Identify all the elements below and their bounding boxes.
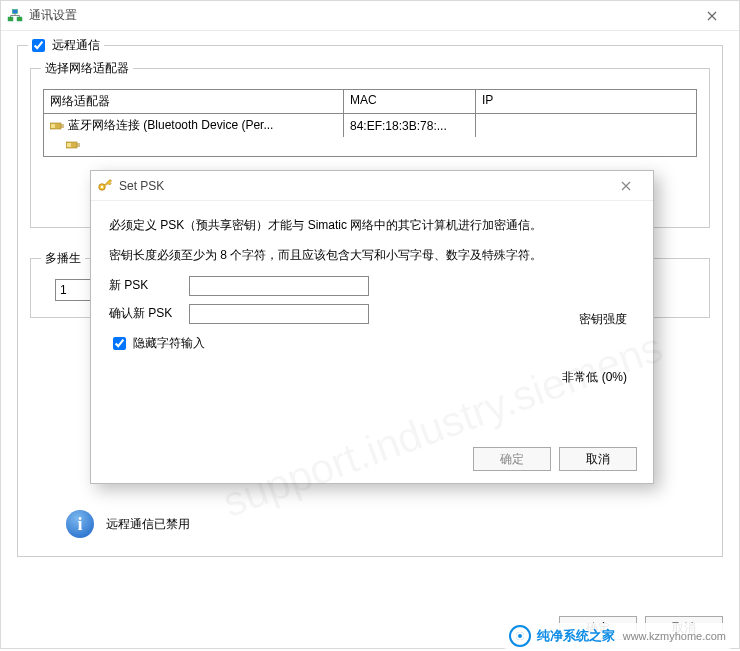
- hide-chars-label: 隐藏字符输入: [133, 335, 205, 352]
- psk-text-2: 密钥长度必须至少为 8 个字符，而且应该包含大写和小写字母、数字及特殊字符。: [109, 245, 635, 265]
- remote-checkbox[interactable]: [32, 39, 45, 52]
- col-adapter-header[interactable]: 网络适配器: [44, 90, 344, 113]
- page-watermark: 纯净系统之家 www.kzmyhome.com: [503, 623, 732, 649]
- new-psk-input[interactable]: [189, 276, 369, 296]
- status-text: 远程通信已禁用: [106, 516, 190, 533]
- svg-rect-2: [13, 9, 18, 13]
- confirm-psk-label: 确认新 PSK: [109, 305, 189, 322]
- remote-checkbox-label: 远程通信: [52, 37, 100, 54]
- table-row[interactable]: [44, 137, 696, 156]
- main-close-button[interactable]: [691, 2, 733, 30]
- svg-point-8: [101, 185, 103, 187]
- cell-adapter-text: 蓝牙网络连接 (Bluetooth Device (Per...: [68, 117, 273, 134]
- col-ip-header[interactable]: IP: [476, 90, 696, 113]
- psk-content: support.industry.siemens 必须定义 PSK（预共享密钥）…: [91, 201, 653, 483]
- psk-buttons: 确定 取消: [473, 447, 637, 471]
- psk-ok-button[interactable]: 确定: [473, 447, 551, 471]
- psk-titlebar[interactable]: Set PSK: [91, 171, 653, 201]
- nic-icon: [50, 120, 64, 132]
- brand-logo-icon: [509, 625, 531, 647]
- new-psk-row: 新 PSK: [109, 276, 635, 296]
- adapter-table: 网络适配器 MAC IP: [43, 89, 697, 157]
- cell-adapter: 蓝牙网络连接 (Bluetooth Device (Per...: [44, 114, 344, 137]
- psk-title: Set PSK: [119, 179, 605, 193]
- new-psk-label: 新 PSK: [109, 277, 189, 294]
- svg-rect-1: [17, 17, 22, 21]
- psk-modal: Set PSK support.industry.siemens 必须定义 PS…: [90, 170, 654, 484]
- adapter-legend: 选择网络适配器: [41, 60, 133, 77]
- psk-close-button[interactable]: [605, 172, 647, 200]
- hide-chars-row: 隐藏字符输入: [109, 334, 635, 353]
- confirm-psk-input[interactable]: [189, 304, 369, 324]
- table-row[interactable]: 蓝牙网络连接 (Bluetooth Device (Per... 84:EF:1…: [44, 114, 696, 137]
- close-icon: [621, 181, 631, 191]
- svg-rect-4: [51, 124, 55, 128]
- psk-cancel-button[interactable]: 取消: [559, 447, 637, 471]
- network-pcs-icon: [7, 8, 23, 24]
- info-icon: i: [66, 510, 94, 538]
- brand-text: 纯净系统之家: [537, 627, 615, 645]
- main-title: 通讯设置: [29, 7, 691, 24]
- cell-mac: 84:EF:18:3B:78:...: [344, 114, 476, 137]
- nic-icon: [66, 139, 80, 151]
- hide-chars-checkbox[interactable]: [113, 337, 126, 350]
- main-titlebar[interactable]: 通讯设置: [1, 1, 739, 31]
- multicast-gen-legend: 多播生: [41, 250, 85, 267]
- status-row: i 远程通信已禁用: [66, 510, 190, 538]
- brand-url: www.kzmyhome.com: [623, 630, 726, 642]
- adapter-thead: 网络适配器 MAC IP: [44, 90, 696, 114]
- svg-rect-6: [67, 143, 71, 147]
- confirm-psk-row: 确认新 PSK: [109, 304, 635, 324]
- psk-strength-value: 非常低 (0%): [562, 369, 627, 386]
- col-mac-header[interactable]: MAC: [344, 90, 476, 113]
- svg-rect-0: [8, 17, 13, 21]
- psk-strength-label: 密钥强度: [579, 311, 627, 328]
- close-icon: [707, 11, 717, 21]
- remote-legend: 远程通信: [28, 37, 104, 54]
- cell-ip: [476, 114, 696, 137]
- key-icon: [97, 178, 113, 194]
- psk-text-1: 必须定义 PSK（预共享密钥）才能与 Simatic 网络中的其它计算机进行加密…: [109, 215, 635, 235]
